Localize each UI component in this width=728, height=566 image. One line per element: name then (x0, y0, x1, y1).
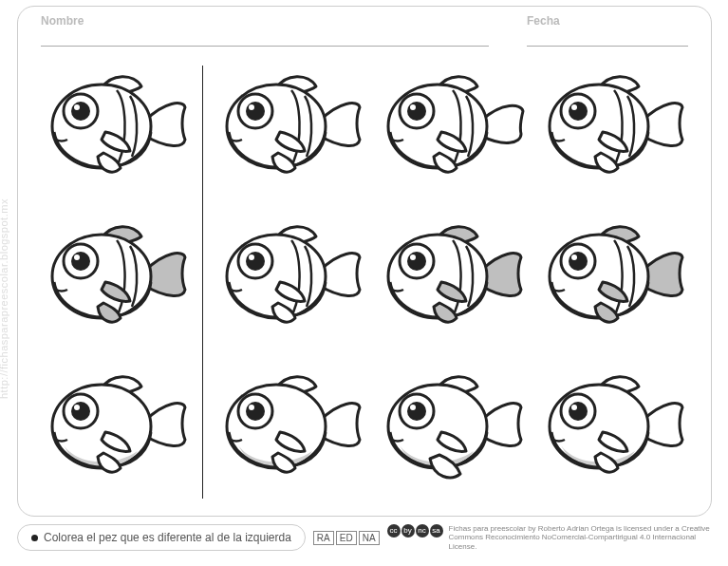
svg-point-10 (407, 102, 426, 121)
cc-icons: ccbyncsa (387, 524, 443, 538)
watermark-url: http://fichasparapreescolar.blogspot.mx (0, 198, 9, 399)
svg-point-26 (407, 252, 426, 271)
option-fish[interactable] (217, 64, 369, 197)
option-fish[interactable] (540, 64, 692, 197)
cc-by-icon: by (401, 524, 415, 538)
reference-fish (43, 364, 195, 497)
svg-point-34 (71, 402, 90, 421)
badge-ed: ED (336, 531, 357, 545)
cc-nc-icon: nc (416, 524, 429, 538)
license-text: Fichas para preescolar by Roberto Adrian… (449, 524, 712, 552)
svg-point-11 (410, 104, 416, 110)
svg-point-19 (74, 255, 80, 260)
svg-point-43 (410, 405, 416, 410)
svg-point-38 (246, 402, 265, 421)
footer: Colorea el pez que es diferente al de la… (17, 520, 712, 555)
svg-point-42 (407, 402, 426, 421)
option-fish[interactable] (217, 364, 369, 497)
svg-point-31 (571, 255, 577, 260)
name-input-line[interactable] (41, 31, 489, 47)
badge-ra: RA (313, 531, 334, 545)
svg-point-15 (571, 104, 577, 110)
svg-point-23 (249, 255, 254, 260)
cc-sa-icon: sa (430, 524, 443, 538)
svg-point-3 (74, 104, 80, 110)
option-fish[interactable] (217, 214, 369, 347)
date-label: Fecha (527, 14, 688, 28)
svg-point-30 (569, 252, 588, 271)
svg-point-27 (410, 255, 416, 260)
fish-grid (39, 64, 694, 510)
bullet-icon (31, 535, 38, 541)
svg-point-39 (249, 405, 254, 410)
svg-point-47 (571, 405, 577, 410)
svg-point-14 (569, 102, 588, 121)
svg-point-18 (71, 252, 90, 271)
option-fish[interactable] (540, 364, 692, 497)
option-fish[interactable] (540, 214, 692, 347)
fish-grid-area (39, 64, 694, 510)
header: Nombre Fecha (18, 7, 711, 47)
name-label: Nombre (41, 14, 489, 28)
instruction-box: Colorea el pez que es diferente al de la… (17, 524, 306, 551)
badge-group: RAEDNA (313, 531, 380, 545)
reference-fish (43, 64, 195, 197)
svg-point-35 (74, 405, 80, 410)
instruction-text: Colorea el pez que es diferente al de la… (44, 531, 291, 544)
option-fish[interactable] (379, 64, 531, 197)
reference-fish (43, 214, 195, 347)
svg-point-22 (246, 252, 265, 271)
date-input-line[interactable] (527, 31, 688, 47)
svg-point-2 (71, 102, 90, 121)
date-field: Fecha (527, 14, 688, 47)
svg-point-6 (246, 102, 265, 121)
option-fish[interactable] (379, 364, 531, 497)
svg-point-7 (249, 104, 254, 110)
name-field: Nombre (41, 14, 489, 47)
cc-cc-icon: cc (387, 524, 401, 538)
badge-na: NA (359, 531, 380, 545)
option-fish[interactable] (379, 214, 531, 347)
svg-point-46 (569, 402, 588, 421)
worksheet-frame: Nombre Fecha (17, 6, 712, 517)
